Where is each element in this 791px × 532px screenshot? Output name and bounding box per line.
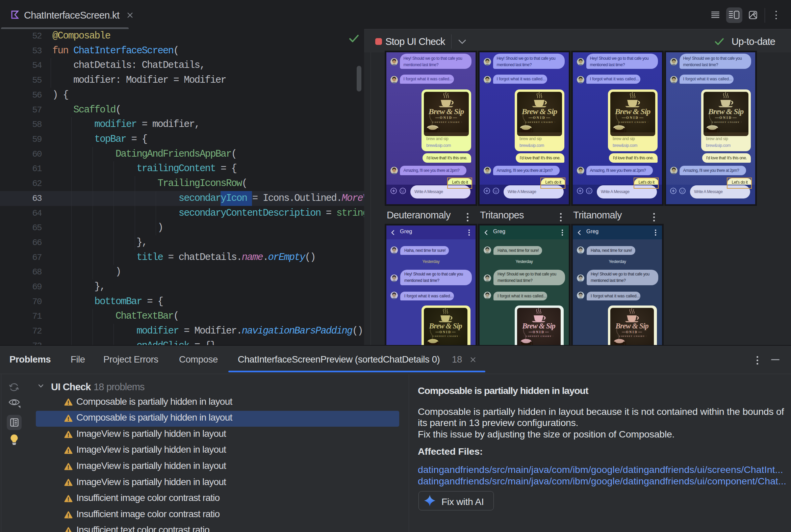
svg-text:Brew & Sip: Brew & Sip (615, 107, 651, 116)
svg-text:ONID: ONID (626, 116, 639, 119)
svg-text:Brew & Sip: Brew & Sip (708, 107, 744, 116)
svg-text:ONID: ONID (626, 330, 638, 334)
svg-text:· COFFEET CNSIDY ·: · COFFEET CNSIDY · (430, 121, 462, 124)
svg-text:· COFFEET CNSIDY ·: · COFFEET CNSIDY · (523, 121, 556, 124)
svg-text:Brew & Sip: Brew & Sip (615, 322, 648, 330)
svg-text:Brew & Sip: Brew & Sip (428, 107, 464, 116)
svg-text:ONID: ONID (719, 116, 732, 119)
svg-text:Brew & Sip: Brew & Sip (521, 107, 558, 116)
svg-text:ONID: ONID (439, 330, 451, 334)
svg-text:Brew & Sip: Brew & Sip (522, 322, 555, 330)
svg-text:ONID: ONID (440, 116, 453, 119)
svg-text:· COFFEET CNSIDY ·: · COFFEET CNSIDY · (430, 335, 461, 337)
svg-text:· COFFEET CNSIDY ·: · COFFEET CNSIDY · (617, 121, 649, 124)
svg-text:Brew & Sip: Brew & Sip (428, 322, 462, 330)
svg-text:ONID: ONID (533, 330, 545, 334)
svg-text:· COFFEET CNSIDY ·: · COFFEET CNSIDY · (523, 335, 554, 337)
svg-text:· COFFEET CNSIDY ·: · COFFEET CNSIDY · (710, 121, 742, 124)
svg-text:· COFFEET CNSIDY ·: · COFFEET CNSIDY · (617, 335, 647, 337)
svg-text:ONID: ONID (533, 116, 546, 119)
